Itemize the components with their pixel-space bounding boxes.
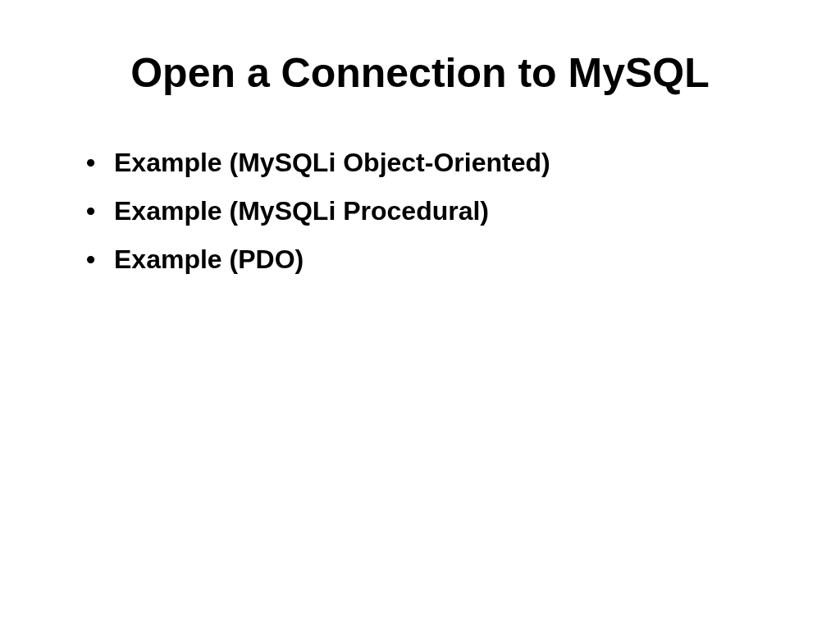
bullet-list: Example (MySQLi Object-Oriented) Example… xyxy=(74,142,766,281)
list-item: Example (PDO) xyxy=(86,239,766,281)
slide-container: Open a Connection to MySQL Example (MySQ… xyxy=(0,0,840,630)
list-item: Example (MySQLi Procedural) xyxy=(86,190,766,232)
slide-title: Open a Connection to MySQL xyxy=(74,49,766,97)
list-item: Example (MySQLi Object-Oriented) xyxy=(86,142,766,184)
